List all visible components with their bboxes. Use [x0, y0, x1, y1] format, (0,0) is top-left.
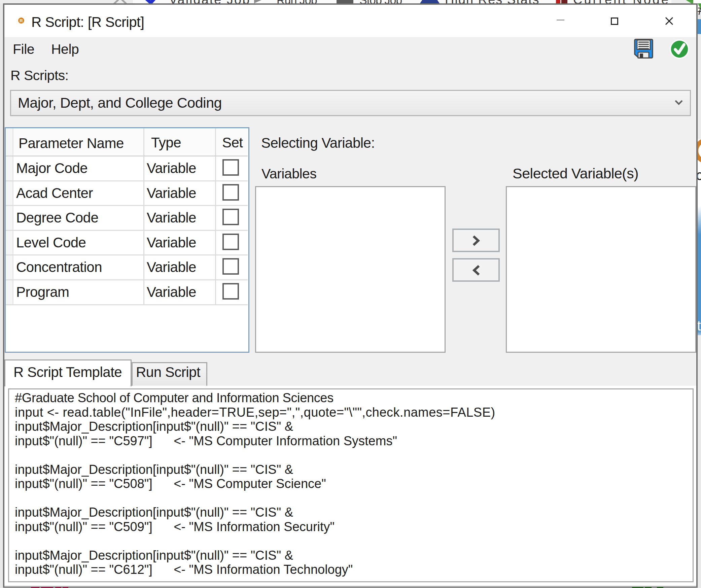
svg-text:R: R [20, 18, 23, 23]
